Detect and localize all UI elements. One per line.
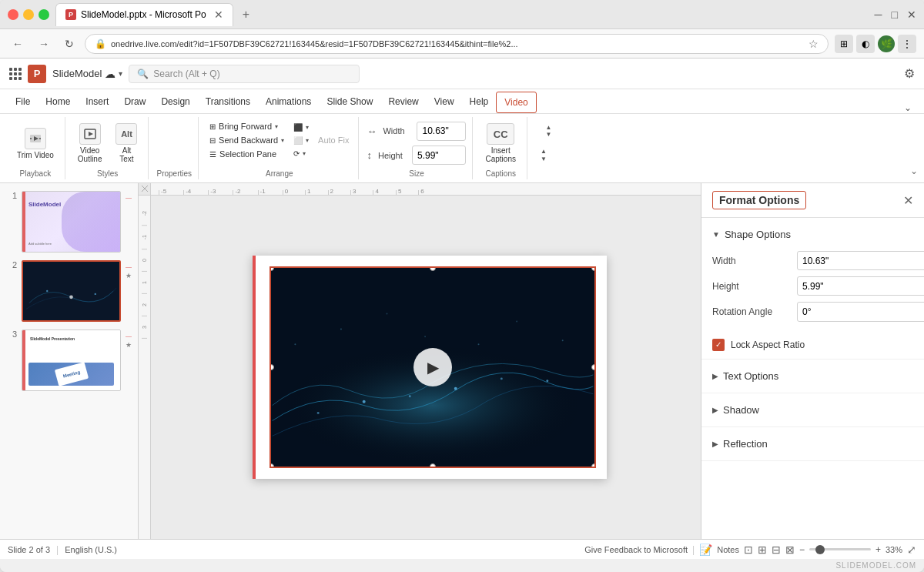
win-min-button[interactable] (23, 9, 34, 20)
send-backward-button[interactable]: ⊟ Send Backward ▾ (206, 134, 287, 146)
refresh-button[interactable]: ↻ (60, 35, 79, 53)
app-name: SlideModel ☁ ▾ (52, 68, 122, 80)
handle-middle-right[interactable] (591, 364, 594, 370)
height-spinner[interactable]: ▲▼ (537, 146, 550, 164)
bring-forward-button[interactable]: ⊞ Bring Forward ▾ (206, 120, 287, 132)
ribbon-collapse-btn[interactable]: ⌄ (899, 102, 916, 113)
svg-point-7 (46, 290, 48, 292)
zoom-minus[interactable]: − (799, 544, 805, 555)
lock-icon: 🔒 (95, 38, 106, 49)
playback-label: Playback (20, 169, 52, 179)
tab-insert[interactable]: Insert (78, 92, 116, 113)
ribbon-tabs: File Home Insert Draw Design Transitions… (0, 89, 924, 114)
width-spinner[interactable]: ▲▼ (542, 122, 554, 140)
zoom-slider[interactable] (809, 548, 871, 550)
ext-icon-1[interactable]: ⊞ (835, 35, 853, 53)
alt-text-button[interactable]: Alt AltText (111, 120, 142, 166)
shape-options-header[interactable]: ▼ Shape Options (701, 222, 924, 246)
apps-grid-icon[interactable] (9, 68, 22, 80)
active-tab[interactable]: P SlideModel.pptx - Microsoft Po ✕ (55, 3, 233, 26)
settings-icon[interactable]: ⚙ (904, 66, 915, 81)
tab-video[interactable]: Video (496, 92, 536, 113)
trim-video-button[interactable]: Trim Video (12, 125, 59, 162)
arrange-tools: ⊞ Bring Forward ▾ ⊟ Send Backward ▾ ☰ Se… (206, 120, 352, 160)
tab-file[interactable]: File (8, 92, 38, 113)
fit-to-window-icon[interactable]: ⤢ (907, 544, 916, 556)
shadow-header[interactable]: ▶ Shadow (701, 398, 924, 422)
tab-draw[interactable]: Draw (116, 92, 153, 113)
tab-close-button[interactable]: ✕ (214, 8, 223, 21)
ext-icon-3[interactable]: 🌿 (878, 35, 895, 52)
forward-button[interactable]: → (34, 35, 54, 53)
slide-thumb-1[interactable]: 1 SlideModel Add subtitle here — (5, 189, 133, 254)
tab-animations[interactable]: Animations (258, 92, 319, 113)
rotation-input[interactable] (798, 303, 922, 320)
tab-home[interactable]: Home (38, 92, 78, 113)
arrange-group2-item2[interactable]: ⬜ ▾ (290, 135, 312, 146)
watermark: SLIDEMODEL.COM (0, 559, 924, 572)
slide-img-1[interactable]: SlideModel Add subtitle here (22, 191, 121, 253)
auto-fix-button[interactable]: Auto Fix (315, 134, 352, 146)
video-background: ▶ (271, 268, 594, 467)
slide-thumb-3[interactable]: 3 SlideModel Presentation Meeting (5, 328, 133, 393)
minimize-icon[interactable]: ─ (875, 8, 882, 21)
reflection-header[interactable]: ▶ Reflection (701, 432, 924, 456)
tab-review[interactable]: Review (380, 92, 426, 113)
shape-width-input[interactable] (798, 253, 922, 269)
window-controls (8, 9, 49, 20)
arrange-group2-item3[interactable]: ⟳ ▾ (290, 148, 312, 159)
slide-sorter-icon[interactable]: ⊞ (758, 544, 767, 556)
normal-view-icon[interactable]: ⊡ (744, 544, 753, 556)
video-element[interactable]: ▶ (270, 266, 596, 468)
video-outline-button[interactable]: VideoOutline (73, 120, 107, 166)
back-button[interactable]: ← (8, 35, 28, 53)
arrange-label: Arrange (266, 169, 293, 179)
present-icon[interactable]: ⊟ (772, 544, 781, 556)
ribbon-group-playback: Trim Video Playback (6, 117, 65, 179)
slide-thumb-2[interactable]: 2 — (5, 259, 133, 323)
close-icon[interactable]: ✕ (907, 8, 916, 21)
status-right: Give Feedback to Microsoft | 📝 Notes ⊡ ⊞… (584, 544, 916, 556)
ext-icon-2[interactable]: ◐ (856, 35, 875, 53)
tab-transitions[interactable]: Transitions (198, 92, 258, 113)
handle-bottom-right[interactable] (591, 463, 594, 467)
app-header: P SlideModel ☁ ▾ 🔍 Search (Alt + Q) ⚙ (0, 59, 924, 89)
slide-img-3[interactable]: SlideModel Presentation Meeting (22, 329, 121, 391)
win-max-button[interactable] (38, 9, 49, 20)
notes-icon[interactable]: 📝 (699, 544, 712, 556)
video-play-button[interactable]: ▶ (413, 348, 452, 386)
shape-height-label: Height (712, 281, 797, 292)
shape-width-input-wrap: ▲ ▼ (797, 251, 924, 270)
selection-pane-button[interactable]: ☰ Selection Pane (206, 148, 287, 160)
vertical-ruler: -2 -1 0 1 2 3 (139, 196, 151, 539)
tab-view[interactable]: View (427, 92, 462, 113)
address-bar[interactable]: 🔒 onedrive.live.com/edit?id=1F507DBF39C6… (85, 34, 829, 54)
win-close-button[interactable] (8, 9, 18, 20)
zoom-plus[interactable]: + (875, 544, 881, 555)
insert-captions-button[interactable]: CC InsertCaptions (480, 120, 520, 166)
slide-img-2[interactable] (22, 260, 121, 322)
handle-bottom-middle[interactable] (430, 463, 436, 467)
height-field: ↕ Height ▲▼ (367, 146, 466, 165)
feedback-link[interactable]: Give Feedback to Microsoft (584, 545, 688, 554)
chevron-icon[interactable]: ▾ (119, 69, 122, 78)
tab-help[interactable]: Help (462, 92, 497, 113)
rotation-input-wrap: ▲ ▼ (797, 302, 924, 321)
ext-icon-4[interactable]: ⋮ (898, 35, 916, 53)
slide3-icons: — ★ (126, 329, 132, 349)
tab-slideshow[interactable]: Slide Show (319, 92, 380, 113)
tab-design[interactable]: Design (153, 92, 197, 113)
format-panel-close[interactable]: ✕ (903, 193, 913, 208)
arrange-group2-item1[interactable]: ⬛ ▾ (290, 122, 312, 133)
search-box[interactable]: 🔍 Search (Alt + Q) (129, 65, 360, 83)
fit-slide-icon[interactable]: ⊠ (785, 544, 795, 556)
ribbon-expand-button[interactable]: ⌄ (910, 117, 918, 179)
new-tab-button[interactable]: + (236, 5, 256, 25)
shape-height-input[interactable] (798, 278, 922, 295)
captions-label-group: Captions (485, 169, 515, 179)
lock-aspect-checkbox[interactable]: ✓ (712, 339, 725, 351)
maximize-icon[interactable]: □ (892, 8, 898, 21)
notes-label[interactable]: Notes (717, 545, 739, 554)
text-options-header[interactable]: ▶ Text Options (701, 364, 924, 388)
bookmark-icon[interactable]: ☆ (808, 38, 819, 50)
